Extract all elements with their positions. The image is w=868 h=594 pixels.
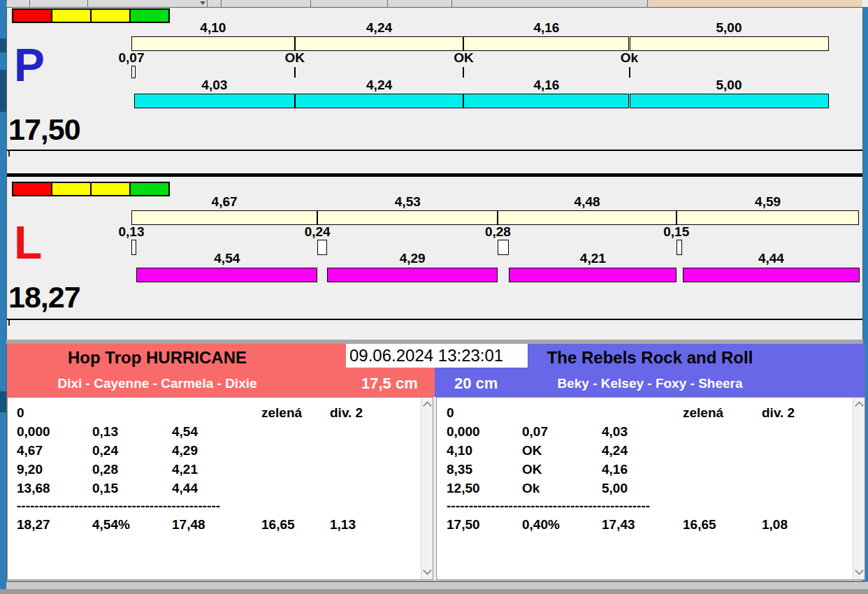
strip-tick (29, 0, 30, 7)
scroll-down-icon[interactable] (421, 567, 433, 578)
team-dogs-left: Dixi - Cayenne - Carmela - Dixie (7, 376, 308, 391)
window-edge-left (0, 0, 6, 589)
strip-tick (221, 0, 222, 7)
edge-mark (0, 391, 6, 412)
strip-tick (647, 0, 648, 7)
scroll-up-icon[interactable] (853, 399, 865, 410)
results-table-right[interactable] (436, 397, 865, 580)
strip-tick (451, 0, 452, 7)
team-name-left: Hop Trop HURRICANE (7, 348, 308, 368)
edge-mark (0, 38, 6, 52)
strip-tick (87, 0, 88, 7)
cursor-tick (8, 320, 10, 326)
scrollbar-right-table[interactable] (853, 398, 865, 579)
flyball-timing-screen: P17,504,104,244,165,000,07OKOKOk4,034,24… (0, 0, 868, 594)
scrollbar-left-table[interactable] (421, 398, 433, 579)
cursor-tick (8, 151, 10, 157)
scroll-up-icon[interactable] (421, 399, 433, 410)
bottom-bar-outer (0, 589, 868, 594)
bottom-bar (6, 581, 868, 589)
dropdown-caret-icon[interactable] (200, 1, 205, 5)
strip-tick (387, 0, 388, 7)
strip-tick (207, 0, 208, 7)
lane-P-baseline (7, 150, 862, 151)
results-table-left[interactable] (7, 397, 433, 580)
edge-mark (0, 70, 6, 112)
strip-tick (310, 0, 311, 7)
lane-divider (7, 173, 862, 177)
scroll-down-icon[interactable] (853, 567, 865, 578)
jump-height-left: 17,5 cm (361, 375, 418, 393)
timestamp: 09.06.2024 13:23:01 (346, 344, 528, 368)
jump-height-right: 20 cm (454, 375, 498, 393)
lane-L-baseline (7, 319, 862, 320)
team-dogs-right: Beky - Kelsey - Foxy - Sheera (435, 376, 865, 391)
